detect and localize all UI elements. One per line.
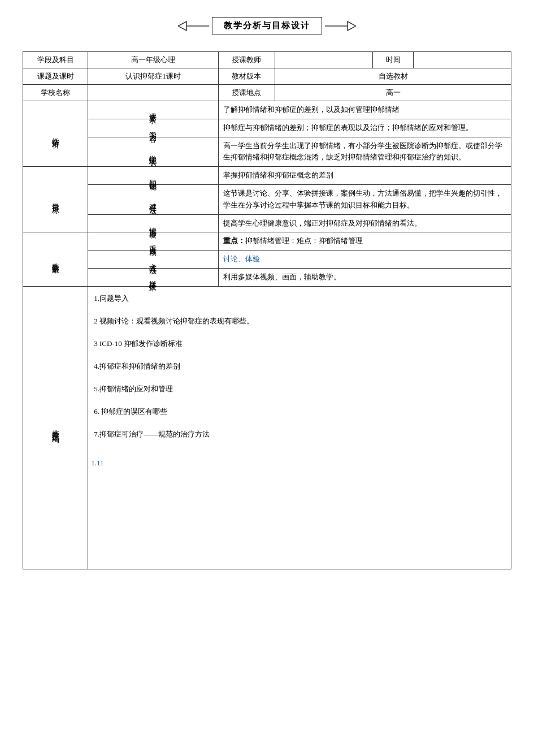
zhongdian-bold: 重点： xyxy=(223,236,245,245)
sub-label-zhishi: 知识技能 xyxy=(88,167,218,185)
value-gaoyixinli: 高一年级心理 xyxy=(88,52,218,68)
qingfen-xianzhuang-row: 学情现状 高一学生当前分学生出现了抑郁情绪，有小部分学生被医院诊断为抑郁症。或使… xyxy=(23,137,511,167)
page-number: 1.11 xyxy=(88,459,511,468)
value-xuexiao xyxy=(88,85,218,101)
sub-label-neirong: 学习内容 xyxy=(88,119,218,137)
page: 教学分析与目标设计 学段及科目 高一年级心理 授课教师 时间 课题及课时 认识抑… xyxy=(0,0,534,756)
section-label-mubiao: 学习目标 xyxy=(23,167,88,232)
value-didian: 高一 xyxy=(275,85,511,101)
liucheng-content: 1.问题导入 2 视频讨论：观看视频讨论抑郁症的表现有哪些。 3 ICD-10 … xyxy=(88,286,511,569)
info-row-3: 学校名称 授课地点 高一 xyxy=(23,85,511,101)
flow-item-4: 4.抑郁症和抑郁情绪的差别 xyxy=(94,359,505,374)
content-xianzhuang: 高一学生当前分学生出现了抑郁情绪，有小部分学生被医院诊断为抑郁症。或使部分学生抑… xyxy=(218,137,511,167)
mubiao-qinggan-row: 情感态度 提高学生心理健康意识，端正对抑郁症及对抑郁情绪的看法。 xyxy=(23,214,511,232)
mubiao-zhishi-row: 学习目标 知识技能 掌握抑郁情绪和抑郁症概念的差别 xyxy=(23,167,511,185)
sub-label-qinggan: 情感态度 xyxy=(88,214,218,232)
liucheng-row: 教学流程结构 1.问题导入 2 视频讨论：观看视频讨论抑郁症的表现有哪些。 3 … xyxy=(23,286,511,569)
value-shijian xyxy=(414,52,511,68)
svg-marker-3 xyxy=(348,21,356,31)
value-keti: 认识抑郁症1课时 xyxy=(88,68,218,85)
left-arrow-icon xyxy=(178,18,212,34)
header-title-box: 教学分析与目标设计 xyxy=(178,17,356,34)
main-table: 学段及科目 高一年级心理 授课教师 时间 课题及课时 认识抑郁症1课时 教材版本… xyxy=(23,51,511,569)
header-area: 教学分析与目标设计 xyxy=(23,11,511,34)
content-fangfa: 讨论、体验 xyxy=(218,250,511,269)
jiaoxue-fangfa-row: 方式方法 讨论、体验 xyxy=(23,250,511,269)
qingfen-neirong-row: 学习内容 抑郁症与抑郁情绪的差别；抑郁症的表现以及治疗；抑郁情绪的应对和管理。 xyxy=(23,119,511,137)
label-shoukezhaoshi: 授课教师 xyxy=(218,52,275,68)
content-guocheng: 这节课是讨论、分享、体验拼接课，案例生动，方法通俗易懂，把学生兴趣的切引性，学生… xyxy=(218,184,511,214)
label-xuexiao: 学校名称 xyxy=(23,85,88,101)
content-zhongdian: 重点：抑郁情绪管理；难点：抑郁情绪管理 xyxy=(218,232,511,250)
section-label-qingfen: 学情分析 xyxy=(23,101,88,167)
flow-item-1: 1.问题导入 xyxy=(94,291,505,306)
sub-label-meiti: 媒体技术 xyxy=(88,268,218,286)
mubiao-guocheng-row: 过程方法 这节课是讨论、分享、体验拼接课，案例生动，方法通俗易懂，把学生兴趣的切… xyxy=(23,184,511,214)
content-kbiaozhn: 了解抑郁情绪和抑郁症的差别，以及如何管理抑郁情绪 xyxy=(218,101,511,119)
value-jiaocai: 自选教材 xyxy=(275,68,511,85)
content-neirong: 抑郁症与抑郁情绪的差别；抑郁症的表现以及治疗；抑郁情绪的应对和管理。 xyxy=(218,119,511,137)
jiaoxue-zhongdian-row: 教学策略 重点难点 重点：抑郁情绪管理；难点：抑郁情绪管理 xyxy=(23,232,511,250)
sub-label-fangfa: 方式方法 xyxy=(88,250,218,269)
flow-item-7: 7.抑郁症可治疗——规范的治疗方法 xyxy=(94,427,505,442)
flow-item-3: 3 ICD-10 抑郁发作诊断标准 xyxy=(94,336,505,351)
label-shoukedidian: 授课地点 xyxy=(218,85,275,101)
sub-label-xianzhuang: 学情现状 xyxy=(88,137,218,167)
flow-item-5: 5.抑郁情绪的应对和管理 xyxy=(94,382,505,396)
info-row-2: 课题及课时 认识抑郁症1课时 教材版本 自选教材 xyxy=(23,68,511,85)
page-title: 教学分析与目标设计 xyxy=(212,17,322,34)
label-xueduankemu: 学段及科目 xyxy=(23,52,88,68)
sub-label-zhongdian: 重点难点 xyxy=(88,232,218,250)
section-label-liucheng: 教学流程结构 xyxy=(23,286,88,569)
qingfen-biaozhun-row: 学情分析 课标要求 了解抑郁情绪和抑郁症的差别，以及如何管理抑郁情绪 xyxy=(23,101,511,119)
svg-marker-1 xyxy=(178,21,186,31)
info-row-1: 学段及科目 高一年级心理 授课教师 时间 xyxy=(23,52,511,68)
label-jiaocai: 教材版本 xyxy=(218,68,275,85)
jiaoxue-meiti-row: 媒体技术 利用多媒体视频、画面，辅助教学。 xyxy=(23,268,511,286)
content-zhishi: 掌握抑郁情绪和抑郁症概念的差别 xyxy=(218,167,511,185)
zhongdian-text: 抑郁情绪管理；难点：抑郁情绪管理 xyxy=(245,236,363,245)
flow-content-area: 1.问题导入 2 视频讨论：观看视频讨论抑郁症的表现有哪些。 3 ICD-10 … xyxy=(88,287,511,454)
value-jiaoshi xyxy=(275,52,373,68)
section-label-jiaoxue: 教学策略 xyxy=(23,232,88,286)
sub-label-guocheng: 过程方法 xyxy=(88,184,218,214)
flow-item-6: 6. 抑郁症的误区有哪些 xyxy=(94,404,505,419)
label-shijian: 时间 xyxy=(373,52,414,68)
sub-label-kbiaozhn: 课标要求 xyxy=(88,101,218,119)
content-qinggan: 提高学生心理健康意识，端正对抑郁症及对抑郁情绪的看法。 xyxy=(218,214,511,232)
flow-item-2: 2 视频讨论：观看视频讨论抑郁症的表现有哪些。 xyxy=(94,314,505,329)
right-arrow-icon xyxy=(322,18,356,34)
label-keti: 课题及课时 xyxy=(23,68,88,85)
fangfa-text: 讨论、体验 xyxy=(223,254,260,263)
content-meiti: 利用多媒体视频、画面，辅助教学。 xyxy=(218,268,511,286)
